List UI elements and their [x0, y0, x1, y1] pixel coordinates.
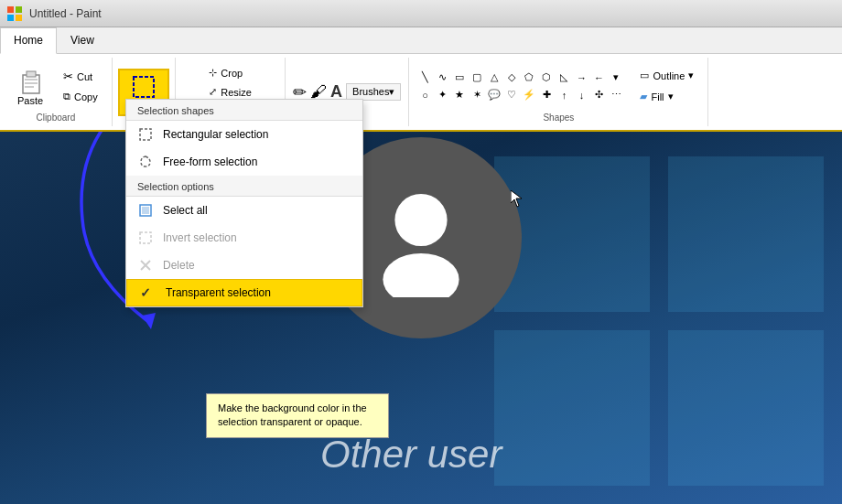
paste-icon [16, 66, 45, 95]
paint-window: Untitled - Paint Home View Paste [0, 0, 842, 132]
transparent-selection-label: Transparent selection [166, 286, 271, 299]
shape-star5[interactable]: ★ [451, 87, 468, 103]
delete-icon [137, 257, 154, 273]
fill-button[interactable]: ▰ Fill ▾ [633, 88, 700, 105]
tooltip: Make the background color in the selecti… [206, 393, 389, 438]
clipboard-content: Paste ✂ Cut ⧉ Copy [7, 61, 104, 111]
shape-arrow-4[interactable]: ✣ [590, 87, 607, 103]
select-all-item[interactable]: Select all [126, 197, 362, 224]
shape-curve[interactable]: ∿ [434, 70, 450, 86]
outline-button[interactable]: ▭ Outline ▾ [633, 67, 700, 84]
checkmark-icon: ✓ [138, 285, 153, 300]
svg-rect-13 [25, 79, 38, 80]
copy-button[interactable]: ⧉ Copy [57, 88, 104, 105]
shape-callout[interactable]: 💬 [486, 87, 502, 103]
svg-rect-12 [27, 71, 36, 77]
selection-options-header: Selection options [126, 176, 362, 197]
rectangular-selection-label: Rectangular selection [163, 128, 268, 141]
title-bar: Untitled - Paint [0, 0, 842, 27]
shape-arrow-right[interactable]: → [573, 70, 589, 86]
shape-arrow-up[interactable]: ↑ [556, 87, 572, 103]
free-form-icon [137, 154, 154, 170]
title-text: Untitled - Paint [29, 7, 102, 20]
shape-right-triangle[interactable]: ◺ [556, 70, 572, 86]
tooltip-text: Make the background color in the selecti… [218, 402, 367, 427]
shape-rect[interactable]: ▭ [451, 70, 468, 86]
svg-rect-7 [7, 6, 14, 13]
selection-shapes-header: Selection shapes [126, 100, 362, 121]
delete-label: Delete [163, 259, 195, 272]
tab-view[interactable]: View [57, 27, 108, 53]
clipboard-label: Clipboard [36, 111, 75, 123]
svg-rect-8 [16, 6, 22, 13]
windows-logo [7, 6, 22, 21]
ribbon-tabs: Home View [0, 27, 842, 54]
svg-rect-17 [140, 129, 151, 140]
svg-rect-19 [142, 207, 149, 214]
clipboard-small-buttons: ✂ Cut ⧉ Copy [57, 67, 104, 105]
free-form-selection-item[interactable]: Free-form selection [126, 148, 362, 176]
shape-extra[interactable]: ⋯ [608, 87, 624, 103]
shape-cross[interactable]: ✚ [538, 87, 555, 103]
svg-rect-16 [134, 77, 154, 97]
svg-rect-10 [16, 15, 22, 21]
invert-selection-item[interactable]: Invert selection [126, 224, 362, 252]
shapes-grid: ╲ ∿ ▭ ▢ △ ◇ ⬠ ⬡ ◺ → ← ▾ ○ ✦ [416, 70, 624, 103]
other-user-label: Other user [320, 433, 502, 477]
copy-icon: ⧉ [63, 91, 70, 102]
shapes-content: ╲ ∿ ▭ ▢ △ ◇ ⬠ ⬡ ◺ → ← ▾ ○ ✦ [416, 61, 700, 111]
shape-star6[interactable]: ✶ [469, 87, 485, 103]
shape-diamond[interactable]: ◇ [503, 70, 520, 86]
outline-icon: ▭ [640, 70, 649, 81]
rectangular-selection-icon [137, 126, 154, 143]
invert-selection-label: Invert selection [163, 231, 237, 244]
select-dropdown-menu: Selection shapes Rectangular selection F… [125, 99, 363, 307]
shape-heart[interactable]: ♡ [503, 87, 520, 103]
svg-rect-3 [668, 330, 824, 486]
transparent-selection-item[interactable]: ✓ Transparent selection [126, 279, 362, 306]
svg-point-5 [383, 253, 459, 297]
shape-star4[interactable]: ✦ [434, 87, 450, 103]
svg-point-4 [394, 194, 447, 246]
fill-icon: ▰ [640, 91, 647, 102]
shape-arrow-left[interactable]: ← [590, 70, 607, 86]
shapes-label: Shapes [543, 111, 574, 123]
free-form-label: Free-form selection [163, 155, 257, 168]
shape-more[interactable]: ▾ [608, 70, 624, 86]
shapes-section: ╲ ∿ ▭ ▢ △ ◇ ⬠ ⬡ ◺ → ← ▾ ○ ✦ [409, 58, 708, 126]
svg-rect-9 [7, 15, 14, 21]
select-icon [131, 74, 157, 100]
tab-home[interactable]: Home [0, 27, 57, 54]
svg-rect-20 [140, 232, 151, 243]
shape-arrow-down[interactable]: ↓ [573, 87, 589, 103]
shape-pentagon[interactable]: ⬠ [521, 70, 537, 86]
clipboard-section: Paste ✂ Cut ⧉ Copy Clipboard [0, 58, 113, 126]
svg-rect-15 [25, 86, 34, 88]
user-icon [362, 178, 480, 297]
shape-lightning[interactable]: ⚡ [521, 87, 537, 103]
svg-rect-14 [25, 82, 38, 84]
shape-hexagon[interactable]: ⬡ [538, 70, 555, 86]
cut-button[interactable]: ✂ Cut [57, 67, 104, 86]
shape-ellipse[interactable]: ○ [416, 87, 433, 103]
shape-triangle[interactable]: △ [486, 70, 502, 86]
invert-selection-icon [137, 230, 154, 246]
shape-rect-round[interactable]: ▢ [469, 70, 485, 86]
shape-line[interactable]: ╲ [416, 70, 433, 86]
svg-rect-2 [494, 330, 650, 486]
scissors-icon: ✂ [63, 70, 73, 83]
select-all-label: Select all [163, 204, 208, 217]
delete-item[interactable]: Delete [126, 252, 362, 279]
svg-rect-1 [668, 156, 824, 312]
crop-button[interactable]: ⊹ Crop [202, 64, 258, 81]
resize-icon: ⤢ [209, 86, 217, 98]
rectangular-selection-item[interactable]: Rectangular selection [126, 121, 362, 148]
crop-icon: ⊹ [209, 67, 217, 79]
select-all-icon [137, 202, 154, 219]
paste-button[interactable]: Paste [7, 61, 53, 111]
